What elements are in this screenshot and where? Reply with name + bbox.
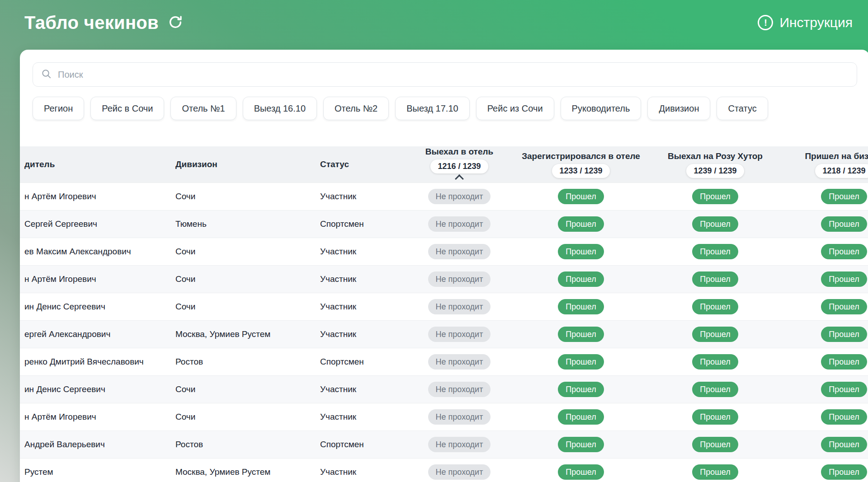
cell-checkin: Прошел <box>646 183 784 211</box>
cell-name: ин Денис Сергеевич <box>20 293 175 321</box>
cell-checkin: Прошел <box>515 293 646 321</box>
table-row: ев Максим Александрович Сочи Участник Не… <box>20 238 868 266</box>
cell-name: н Артём Игоревич <box>20 266 175 293</box>
status-pill: Прошел <box>821 437 867 452</box>
cell-division: Сочи <box>175 238 320 266</box>
cell-checkin: Прошел <box>646 293 784 321</box>
cell-status: Спортсмен <box>320 348 403 376</box>
status-pill: Прошел <box>558 216 604 232</box>
column-header-came-to-business[interactable]: Пришел на бизнес 1218 / 1239 <box>784 146 868 183</box>
exclamation-circle-icon <box>758 15 773 30</box>
status-pill: Прошел <box>692 299 738 314</box>
cell-name: Рустем <box>20 459 175 482</box>
filter-button[interactable]: Выезд 16.10 <box>243 97 317 120</box>
cell-checkin: Прошел <box>646 211 784 238</box>
cell-checkin: Прошел <box>784 376 868 403</box>
status-pill: Прошел <box>558 437 604 452</box>
table-row: ин Денис Сергеевич Сочи Участник Не прох… <box>20 376 868 403</box>
cell-checkin: Не проходит <box>403 459 515 482</box>
cell-checkin: Прошел <box>784 403 868 431</box>
status-pill: Прошел <box>558 189 604 204</box>
cell-name: Андрей Валерьевич <box>20 431 175 459</box>
cell-checkin: Прошел <box>646 266 784 293</box>
cell-checkin: Прошел <box>515 321 646 348</box>
top-bar: Табло чекинов Инструкция <box>24 11 855 34</box>
instruction-button[interactable]: Инструкция <box>755 14 855 31</box>
filter-button[interactable]: Статус <box>717 97 768 120</box>
status-pill: Прошел <box>692 271 738 287</box>
column-header-status[interactable]: Статус <box>320 146 403 183</box>
column-header-registered-at-hotel[interactable]: Зарегистрировался в отеле 1233 / 1239 <box>515 146 646 183</box>
status-pill: Не проходит <box>428 464 491 480</box>
cell-checkin: Прошел <box>515 238 646 266</box>
cell-division: Ростов <box>175 431 320 459</box>
cell-checkin: Не проходит <box>403 183 515 211</box>
status-pill: Прошел <box>821 299 867 314</box>
filter-button[interactable]: Отель №2 <box>323 97 389 120</box>
status-pill: Не проходит <box>428 299 491 314</box>
table-row: Рустем Москва, Урмиев Рустем Участник Не… <box>20 459 868 482</box>
column-header-left-for-hotel[interactable]: Выехал в отель 1216 / 1239 <box>403 146 515 183</box>
table-body: н Артём Игоревич Сочи Участник Не проход… <box>20 183 868 482</box>
status-pill: Прошел <box>821 327 867 342</box>
checkin-table-wrap: дитель Дивизион Статус Выехал в отель 12… <box>20 146 868 482</box>
table-row: н Артём Игоревич Сочи Участник Не проход… <box>20 183 868 211</box>
cell-checkin: Прошел <box>646 376 784 403</box>
filter-button[interactable]: Регион <box>33 97 84 120</box>
cell-checkin: Прошел <box>784 266 868 293</box>
cell-division: Сочи <box>175 403 320 431</box>
title-wrap: Табло чекинов <box>24 13 183 33</box>
status-pill: Прошел <box>558 409 604 425</box>
status-pill: Не проходит <box>428 244 491 259</box>
filter-button[interactable]: Руководитель <box>561 97 642 120</box>
status-pill: Прошел <box>692 244 738 259</box>
status-pill: Прошел <box>692 327 738 342</box>
cell-name: ин Денис Сергеевич <box>20 376 175 403</box>
cell-status: Участник <box>320 321 403 348</box>
status-pill: Не проходит <box>428 382 491 397</box>
search-box <box>33 62 857 87</box>
filter-button[interactable]: Рейс в Сочи <box>90 97 164 120</box>
cell-division: Тюмень <box>175 211 320 238</box>
cell-checkin: Прошел <box>784 238 868 266</box>
status-pill: Прошел <box>558 382 604 397</box>
cell-checkin: Прошел <box>784 183 868 211</box>
cell-status: Спортсмен <box>320 211 403 238</box>
search-input[interactable] <box>57 69 849 80</box>
table-row: ренко Дмитрий Вячеславович Ростов Спортс… <box>20 348 868 376</box>
status-pill: Прошел <box>821 244 867 259</box>
cell-checkin: Прошел <box>784 459 868 482</box>
status-pill: Не проходит <box>428 437 491 452</box>
cell-division: Сочи <box>175 376 320 403</box>
filter-button[interactable]: Отель №1 <box>170 97 236 120</box>
status-pill: Прошел <box>692 354 738 370</box>
column-header-left-for-roza-khutor[interactable]: Выехал на Розу Хутор 1239 / 1239 <box>646 146 784 183</box>
column-header-division[interactable]: Дивизион <box>175 146 320 183</box>
count-badge: 1239 / 1239 <box>686 164 744 178</box>
status-pill: Прошел <box>558 271 604 287</box>
column-header-manager[interactable]: дитель <box>20 146 175 183</box>
cell-checkin: Прошел <box>784 321 868 348</box>
status-pill: Не проходит <box>428 216 491 232</box>
cell-checkin: Прошел <box>646 459 784 482</box>
status-pill: Не проходит <box>428 354 491 370</box>
cell-division: Сочи <box>175 266 320 293</box>
cell-checkin: Прошел <box>646 321 784 348</box>
filter-button[interactable]: Дивизион <box>647 97 710 120</box>
table-row: н Артём Игоревич Сочи Участник Не проход… <box>20 266 868 293</box>
filter-button[interactable]: Выезд 17.10 <box>395 97 469 120</box>
status-pill: Прошел <box>821 189 867 204</box>
cell-checkin: Прошел <box>515 431 646 459</box>
cell-checkin: Прошел <box>784 348 868 376</box>
refresh-button[interactable] <box>168 14 183 31</box>
filter-button[interactable]: Рейс из Сочи <box>476 97 554 120</box>
cell-status: Участник <box>320 266 403 293</box>
main-card: РегионРейс в СочиОтель №1Выезд 16.10Отел… <box>20 50 868 482</box>
cell-name: Сергей Сергеевич <box>20 211 175 238</box>
cell-checkin: Не проходит <box>403 376 515 403</box>
count-badge: 1233 / 1239 <box>552 164 609 178</box>
cell-division: Москва, Урмиев Рустем <box>175 321 320 348</box>
cell-checkin: Не проходит <box>403 211 515 238</box>
page-title: Табло чекинов <box>24 13 159 33</box>
status-pill: Прошел <box>558 244 604 259</box>
